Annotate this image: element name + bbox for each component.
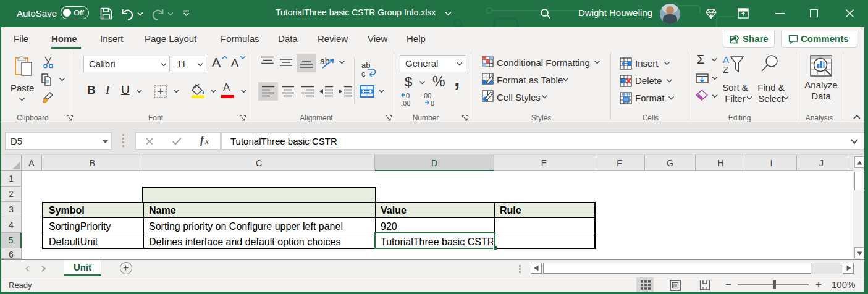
svg-text:0: 0 [431,99,434,107]
svg-text:A: A [723,55,729,65]
svg-text:.00: .00 [401,99,410,107]
svg-text:ab: ab [361,61,370,70]
svg-text:.00: .00 [422,92,431,99]
svg-text:Z: Z [723,64,728,75]
svg-text:0: 0 [406,92,410,99]
svg-text:ab: ab [320,56,330,66]
svg-text:c: c [361,69,366,77]
